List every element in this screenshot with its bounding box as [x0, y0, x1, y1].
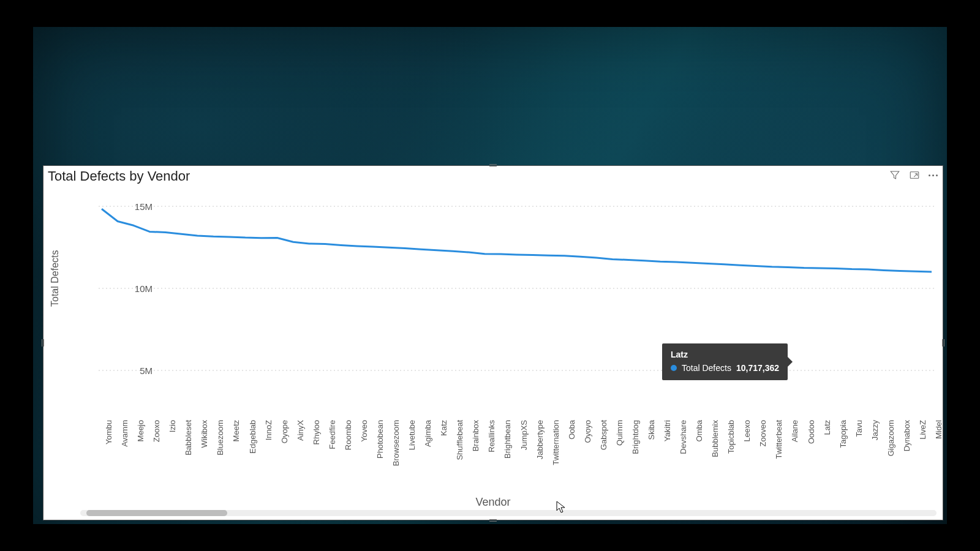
- x-category: Rhyloo: [312, 420, 321, 444]
- tooltip-vendor: Latz: [671, 350, 779, 359]
- x-category: Leexo: [742, 420, 752, 441]
- x-category: Latz: [823, 420, 832, 435]
- x-category: Yoveo: [360, 420, 369, 442]
- x-category: Oyoyo: [583, 420, 592, 443]
- resize-handle-right[interactable]: [942, 339, 944, 347]
- scrollbar-thumb[interactable]: [86, 510, 227, 516]
- x-category: Gabspot: [599, 420, 608, 450]
- resize-handle-bottom[interactable]: [489, 519, 497, 522]
- x-category: Zooveo: [758, 420, 767, 446]
- x-category: LiveZ: [918, 420, 927, 440]
- x-category: Omba: [695, 420, 704, 441]
- x-category: Jazzy: [870, 420, 880, 440]
- x-category: Zooxo: [152, 420, 161, 442]
- x-category: Browsezoom: [391, 420, 401, 466]
- gridlines: [99, 206, 935, 370]
- x-category: Dynabox: [902, 420, 911, 451]
- x-category: Topicblab: [726, 420, 736, 454]
- x-category: Yakitri: [663, 420, 672, 441]
- x-category: Photobean: [375, 420, 385, 459]
- x-category: InnoZ: [264, 420, 273, 440]
- series-line[interactable]: [102, 209, 932, 272]
- chart-plot[interactable]: [99, 197, 935, 417]
- resize-handle-left[interactable]: [42, 339, 44, 347]
- x-category: Twitternation: [551, 420, 560, 465]
- x-category: Meejo: [136, 420, 145, 441]
- x-category: Skiba: [647, 420, 656, 440]
- tooltip-measure-label: Total Defects: [682, 363, 731, 373]
- x-category: Meetz: [232, 420, 241, 441]
- mouse-cursor: [556, 501, 566, 514]
- horizontal-scrollbar[interactable]: [80, 510, 937, 516]
- x-category: Midel: [934, 420, 943, 439]
- x-category: Tagopia: [839, 420, 848, 448]
- x-category: Twitterbeat: [774, 420, 783, 459]
- filter-icon[interactable]: [889, 170, 900, 181]
- chart-tooltip: Latz Total Defects 10,717,362: [662, 343, 788, 380]
- x-category: Brainbox: [471, 420, 480, 451]
- x-category: Brightdog: [631, 420, 640, 454]
- x-category: Roombo: [344, 420, 353, 450]
- y-axis-title: Total Defects: [50, 250, 61, 307]
- x-category: Izio: [168, 420, 177, 432]
- x-category: Ooba: [567, 420, 576, 440]
- x-category: Babbleset: [184, 420, 193, 455]
- chart-action-bar: [889, 170, 938, 181]
- more-options-icon[interactable]: [929, 174, 938, 176]
- x-category: Devshare: [679, 420, 688, 454]
- x-category: Wikibox: [200, 420, 209, 448]
- x-category: Katz: [439, 420, 448, 436]
- x-category: Reallinks: [487, 420, 496, 452]
- x-axis-labels: YombuAvammMeejoZooxoIzioBabblesetWikibox…: [99, 420, 935, 487]
- x-category: Shufflebeat: [455, 420, 464, 460]
- x-category: Bluezoom: [216, 420, 225, 455]
- x-category: Gigazoom: [886, 420, 895, 456]
- chart-card[interactable]: Total Defects by Vendor Total Defects 15…: [43, 165, 943, 520]
- letterbox: Total Defects by Vendor Total Defects 15…: [0, 0, 980, 551]
- x-category: Oodoo: [807, 420, 816, 444]
- x-category: Feedfire: [328, 420, 337, 449]
- x-category: Oyope: [280, 420, 289, 443]
- x-category: AinyX: [296, 420, 305, 441]
- x-category: JumpXS: [519, 420, 529, 450]
- x-category: Yombu: [104, 420, 113, 444]
- tooltip-series-swatch: [671, 365, 677, 371]
- x-category: Livetube: [407, 420, 417, 450]
- tooltip-value: 10,717,362: [736, 363, 779, 373]
- x-category: Quimm: [615, 420, 624, 446]
- x-category: Agimba: [423, 420, 432, 447]
- resize-handle-top[interactable]: [489, 164, 497, 167]
- focus-mode-icon[interactable]: [909, 170, 920, 181]
- x-category: Tavu: [854, 420, 864, 437]
- x-category: Ailane: [790, 420, 799, 442]
- x-category: Avamm: [120, 420, 129, 447]
- x-category: Brightbean: [503, 420, 512, 459]
- x-category: Edgeblab: [248, 420, 257, 454]
- x-category: Jabbertype: [535, 420, 545, 459]
- tooltip-caret: [788, 357, 793, 367]
- x-category: Bubblemix: [710, 420, 720, 457]
- x-axis-title: Vendor: [475, 496, 510, 509]
- chart-title: Total Defects by Vendor: [48, 168, 190, 184]
